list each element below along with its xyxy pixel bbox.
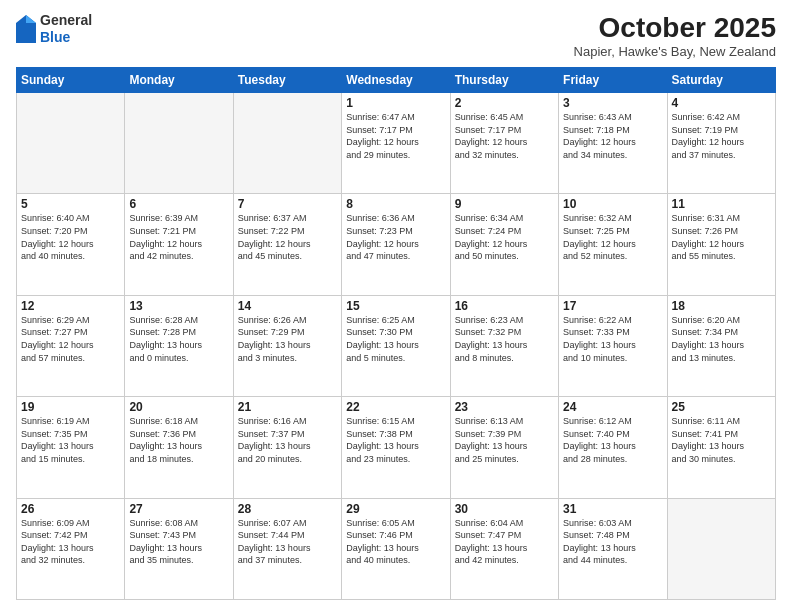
day-cell: 22Sunrise: 6:15 AM Sunset: 7:38 PM Dayli…: [342, 397, 450, 498]
day-cell: 11Sunrise: 6:31 AM Sunset: 7:26 PM Dayli…: [667, 194, 775, 295]
day-cell: 15Sunrise: 6:25 AM Sunset: 7:30 PM Dayli…: [342, 295, 450, 396]
day-cell: 26Sunrise: 6:09 AM Sunset: 7:42 PM Dayli…: [17, 498, 125, 599]
weekday-header-wednesday: Wednesday: [342, 68, 450, 93]
day-info: Sunrise: 6:15 AM Sunset: 7:38 PM Dayligh…: [346, 415, 445, 465]
day-number: 27: [129, 502, 228, 516]
day-cell: 21Sunrise: 6:16 AM Sunset: 7:37 PM Dayli…: [233, 397, 341, 498]
day-cell: [125, 93, 233, 194]
day-info: Sunrise: 6:34 AM Sunset: 7:24 PM Dayligh…: [455, 212, 554, 262]
day-cell: 29Sunrise: 6:05 AM Sunset: 7:46 PM Dayli…: [342, 498, 450, 599]
logo-icon: [16, 15, 36, 43]
day-info: Sunrise: 6:32 AM Sunset: 7:25 PM Dayligh…: [563, 212, 662, 262]
weekday-header-friday: Friday: [559, 68, 667, 93]
day-cell: 6Sunrise: 6:39 AM Sunset: 7:21 PM Daylig…: [125, 194, 233, 295]
day-info: Sunrise: 6:45 AM Sunset: 7:17 PM Dayligh…: [455, 111, 554, 161]
day-number: 24: [563, 400, 662, 414]
svg-marker-1: [26, 15, 36, 23]
title-block: October 2025 Napier, Hawke's Bay, New Ze…: [574, 12, 776, 59]
day-number: 2: [455, 96, 554, 110]
logo-general-text: General: [40, 12, 92, 29]
day-info: Sunrise: 6:42 AM Sunset: 7:19 PM Dayligh…: [672, 111, 771, 161]
weekday-header-monday: Monday: [125, 68, 233, 93]
day-cell: 13Sunrise: 6:28 AM Sunset: 7:28 PM Dayli…: [125, 295, 233, 396]
day-cell: [667, 498, 775, 599]
day-number: 5: [21, 197, 120, 211]
day-cell: 8Sunrise: 6:36 AM Sunset: 7:23 PM Daylig…: [342, 194, 450, 295]
week-row-1: 1Sunrise: 6:47 AM Sunset: 7:17 PM Daylig…: [17, 93, 776, 194]
day-info: Sunrise: 6:04 AM Sunset: 7:47 PM Dayligh…: [455, 517, 554, 567]
day-cell: 25Sunrise: 6:11 AM Sunset: 7:41 PM Dayli…: [667, 397, 775, 498]
location: Napier, Hawke's Bay, New Zealand: [574, 44, 776, 59]
day-info: Sunrise: 6:22 AM Sunset: 7:33 PM Dayligh…: [563, 314, 662, 364]
day-cell: 30Sunrise: 6:04 AM Sunset: 7:47 PM Dayli…: [450, 498, 558, 599]
day-cell: 17Sunrise: 6:22 AM Sunset: 7:33 PM Dayli…: [559, 295, 667, 396]
week-row-4: 19Sunrise: 6:19 AM Sunset: 7:35 PM Dayli…: [17, 397, 776, 498]
day-cell: 4Sunrise: 6:42 AM Sunset: 7:19 PM Daylig…: [667, 93, 775, 194]
day-number: 22: [346, 400, 445, 414]
day-info: Sunrise: 6:23 AM Sunset: 7:32 PM Dayligh…: [455, 314, 554, 364]
day-number: 28: [238, 502, 337, 516]
day-number: 10: [563, 197, 662, 211]
day-cell: 31Sunrise: 6:03 AM Sunset: 7:48 PM Dayli…: [559, 498, 667, 599]
day-cell: 10Sunrise: 6:32 AM Sunset: 7:25 PM Dayli…: [559, 194, 667, 295]
day-number: 12: [21, 299, 120, 313]
day-cell: 5Sunrise: 6:40 AM Sunset: 7:20 PM Daylig…: [17, 194, 125, 295]
day-number: 8: [346, 197, 445, 211]
day-info: Sunrise: 6:43 AM Sunset: 7:18 PM Dayligh…: [563, 111, 662, 161]
week-row-5: 26Sunrise: 6:09 AM Sunset: 7:42 PM Dayli…: [17, 498, 776, 599]
day-cell: 27Sunrise: 6:08 AM Sunset: 7:43 PM Dayli…: [125, 498, 233, 599]
day-info: Sunrise: 6:28 AM Sunset: 7:28 PM Dayligh…: [129, 314, 228, 364]
day-info: Sunrise: 6:29 AM Sunset: 7:27 PM Dayligh…: [21, 314, 120, 364]
day-number: 29: [346, 502, 445, 516]
day-info: Sunrise: 6:25 AM Sunset: 7:30 PM Dayligh…: [346, 314, 445, 364]
day-number: 15: [346, 299, 445, 313]
day-number: 7: [238, 197, 337, 211]
day-info: Sunrise: 6:12 AM Sunset: 7:40 PM Dayligh…: [563, 415, 662, 465]
logo-blue-text: Blue: [40, 29, 92, 46]
day-cell: 18Sunrise: 6:20 AM Sunset: 7:34 PM Dayli…: [667, 295, 775, 396]
day-number: 26: [21, 502, 120, 516]
day-info: Sunrise: 6:31 AM Sunset: 7:26 PM Dayligh…: [672, 212, 771, 262]
week-row-3: 12Sunrise: 6:29 AM Sunset: 7:27 PM Dayli…: [17, 295, 776, 396]
day-number: 11: [672, 197, 771, 211]
day-number: 16: [455, 299, 554, 313]
day-cell: 9Sunrise: 6:34 AM Sunset: 7:24 PM Daylig…: [450, 194, 558, 295]
day-info: Sunrise: 6:26 AM Sunset: 7:29 PM Dayligh…: [238, 314, 337, 364]
day-cell: 24Sunrise: 6:12 AM Sunset: 7:40 PM Dayli…: [559, 397, 667, 498]
day-number: 14: [238, 299, 337, 313]
day-number: 25: [672, 400, 771, 414]
day-number: 17: [563, 299, 662, 313]
day-number: 6: [129, 197, 228, 211]
day-number: 21: [238, 400, 337, 414]
day-number: 30: [455, 502, 554, 516]
header: General Blue October 2025 Napier, Hawke'…: [16, 12, 776, 59]
day-cell: 20Sunrise: 6:18 AM Sunset: 7:36 PM Dayli…: [125, 397, 233, 498]
day-number: 3: [563, 96, 662, 110]
day-info: Sunrise: 6:40 AM Sunset: 7:20 PM Dayligh…: [21, 212, 120, 262]
day-cell: 28Sunrise: 6:07 AM Sunset: 7:44 PM Dayli…: [233, 498, 341, 599]
day-info: Sunrise: 6:20 AM Sunset: 7:34 PM Dayligh…: [672, 314, 771, 364]
day-info: Sunrise: 6:37 AM Sunset: 7:22 PM Dayligh…: [238, 212, 337, 262]
day-cell: 2Sunrise: 6:45 AM Sunset: 7:17 PM Daylig…: [450, 93, 558, 194]
day-info: Sunrise: 6:11 AM Sunset: 7:41 PM Dayligh…: [672, 415, 771, 465]
day-cell: 7Sunrise: 6:37 AM Sunset: 7:22 PM Daylig…: [233, 194, 341, 295]
day-number: 18: [672, 299, 771, 313]
day-number: 9: [455, 197, 554, 211]
day-cell: 19Sunrise: 6:19 AM Sunset: 7:35 PM Dayli…: [17, 397, 125, 498]
day-number: 23: [455, 400, 554, 414]
day-cell: 14Sunrise: 6:26 AM Sunset: 7:29 PM Dayli…: [233, 295, 341, 396]
day-info: Sunrise: 6:36 AM Sunset: 7:23 PM Dayligh…: [346, 212, 445, 262]
day-number: 19: [21, 400, 120, 414]
day-info: Sunrise: 6:03 AM Sunset: 7:48 PM Dayligh…: [563, 517, 662, 567]
day-info: Sunrise: 6:19 AM Sunset: 7:35 PM Dayligh…: [21, 415, 120, 465]
day-number: 31: [563, 502, 662, 516]
day-number: 4: [672, 96, 771, 110]
day-cell: 23Sunrise: 6:13 AM Sunset: 7:39 PM Dayli…: [450, 397, 558, 498]
weekday-header-sunday: Sunday: [17, 68, 125, 93]
logo: General Blue: [16, 12, 92, 46]
day-info: Sunrise: 6:39 AM Sunset: 7:21 PM Dayligh…: [129, 212, 228, 262]
day-number: 13: [129, 299, 228, 313]
page: General Blue October 2025 Napier, Hawke'…: [0, 0, 792, 612]
calendar-table: SundayMondayTuesdayWednesdayThursdayFrid…: [16, 67, 776, 600]
day-cell: [17, 93, 125, 194]
